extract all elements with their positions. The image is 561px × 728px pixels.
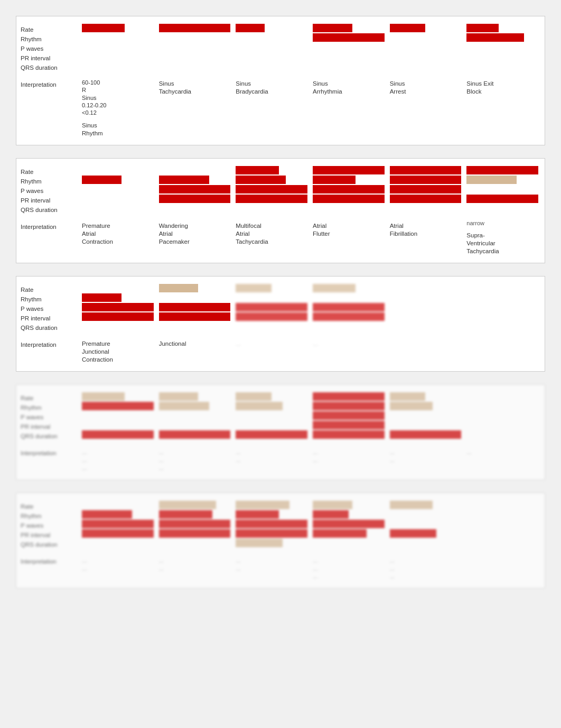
bar-qrs-5 [390,62,462,70]
junctional-section: Rate Rhythm P waves PR interval QRS dura… [16,276,545,372]
v2-col6 [464,500,540,582]
atrial-col5-interp: AtrialFibrillation [390,222,462,238]
bar-rhythm-5 [390,33,462,42]
bar-rhythm [82,33,154,42]
a-rate-label: Rate [21,167,79,177]
a-rhythm-label: Rhythm [21,177,79,186]
v1-col3: ...... [233,391,310,473]
bar-rhythm-4 [313,33,385,42]
bar-rate [82,24,125,32]
col5-interp: SinusArrest [390,80,462,96]
atrial-labels: Rate Rhythm P waves PR interval QRS dura… [21,165,79,256]
v2-col3: ...... [233,500,310,582]
a-pwaves-label: P waves [21,186,79,196]
bar-pr [82,52,154,61]
bar-qrs-4 [313,62,385,70]
bar-rhythm-3 [236,33,307,42]
atrial-section: Rate Rhythm P waves PR interval QRS dura… [16,158,545,263]
sinus-col2: SinusTachycardia [157,23,233,139]
ventricular1-section: Rate Rhythm P waves PR interval QRS dura… [16,384,545,480]
a-pr-label: PR interval [21,196,79,205]
bar-pwaves-2 [159,43,231,51]
bar-qrs-6 [466,62,538,70]
v1-labels: Rate Rhythm P waves PR interval QRS dura… [21,391,79,473]
atrial-col3: MultifocalAtrialTachycardia [233,165,310,256]
junctional-col2-interp: Junctional [159,340,231,348]
bar-rate-4 [313,24,352,32]
col2-interp: SinusTachycardia [159,80,231,96]
v2-col4: ......... [311,500,387,582]
bar-rate-5 [390,24,426,32]
sinus-col6: Sinus ExitBlock [464,23,540,139]
bar-qrs-3 [236,62,307,70]
a-qrs-label: QRS duration [21,205,79,215]
bar-rate-2 [159,24,231,32]
bar-rate-6 [466,24,499,32]
col1-values: 60-100RSinus0.12-0.20<0.12 [82,79,154,116]
v2-col1: ...... [80,500,156,582]
col6-interp: Sinus ExitBlock [466,80,538,96]
bar-rhythm-6 [466,33,524,42]
col3-interp: SinusBradycardia [236,80,307,96]
bar-qrs [82,62,154,70]
atrial-col4: AtrialFlutter [311,165,387,256]
sinus-col5: SinusArrest [388,23,464,139]
junctional-col2: Junctional [157,283,233,365]
atrial-col1-interp: PrematureAtrialContraction [82,222,154,246]
v1-col2: ......... [157,391,233,473]
v1-col5: ...... [388,391,464,473]
bar-pr-3 [236,52,307,61]
atrial-col6: narrow Supra-VentricularTachycardia [464,165,540,256]
bar-pwaves-5 [390,43,462,51]
a-interp-label: Interpretation [21,222,79,232]
bar-qrs-2 [159,62,231,70]
atrial-col6-interp: Supra-VentricularTachycardia [466,232,538,255]
pwaves-label: P waves [21,44,79,53]
sinus-col1: 60-100RSinus0.12-0.20<0.12 SinusRhythm [80,23,156,139]
rate-label: Rate [21,25,79,34]
junctional-col6 [464,283,540,365]
pr-label: PR interval [21,53,79,63]
junctional-col3: ... [233,283,310,365]
atrial-col1: PrematureAtrialContraction [80,165,156,256]
atrial-col4-interp: AtrialFlutter [313,222,385,238]
atrial-col3-interp: MultifocalAtrialTachycardia [236,222,307,246]
junctional-col5 [388,283,464,365]
rhythm-label: Rhythm [21,34,79,44]
atrial-col2: WanderingAtrialPacemaker [157,165,233,256]
junctional-col1: PrematureJunctionalContraction [80,283,156,365]
bar-pr-2 [159,52,231,61]
bar-pwaves-3 [236,43,307,51]
atrial-col2-interp: WanderingAtrialPacemaker [159,222,231,246]
sinus-col4: SinusArrhythmia [311,23,387,139]
bar-pwaves [82,43,154,51]
bar-rhythm-2 [159,33,231,42]
atrial-col5: AtrialFibrillation [388,165,464,256]
bar-pwaves-6 [466,43,538,51]
v1-col6: ... [464,391,540,473]
junctional-labels: Rate Rhythm P waves PR interval QRS dura… [21,283,79,365]
junctional-col1-interp: PrematureJunctionalContraction [82,340,154,364]
bar-pr-6 [466,52,538,61]
v2-labels: Rate Rhythm P waves PR interval QRS dura… [21,500,79,582]
col4-interp: SinusArrhythmia [313,80,385,96]
v1-col1: ......... [80,391,156,473]
junctional-col4: ... [311,283,387,365]
v2-col5: ......... [388,500,464,582]
sinus-col3: SinusBradycardia [233,23,310,139]
v2-col2: ...... [157,500,233,582]
col1-interp: SinusRhythm [82,122,154,137]
sinus-labels: Rate Rhythm P waves PR interval QRS dura… [21,23,79,139]
interp-label: Interpretation [21,80,79,89]
ventricular2-section: Rate Rhythm P waves PR interval QRS dura… [16,493,545,588]
v1-col4: ...... [311,391,387,473]
qrs-label: QRS duration [21,63,79,72]
bar-pr-5 [390,52,462,61]
sinus-section: Rate Rhythm P waves PR interval QRS dura… [16,16,545,145]
bar-rate-3 [236,24,264,32]
bar-pr-4 [313,52,385,61]
bar-pwaves-4 [313,43,385,51]
